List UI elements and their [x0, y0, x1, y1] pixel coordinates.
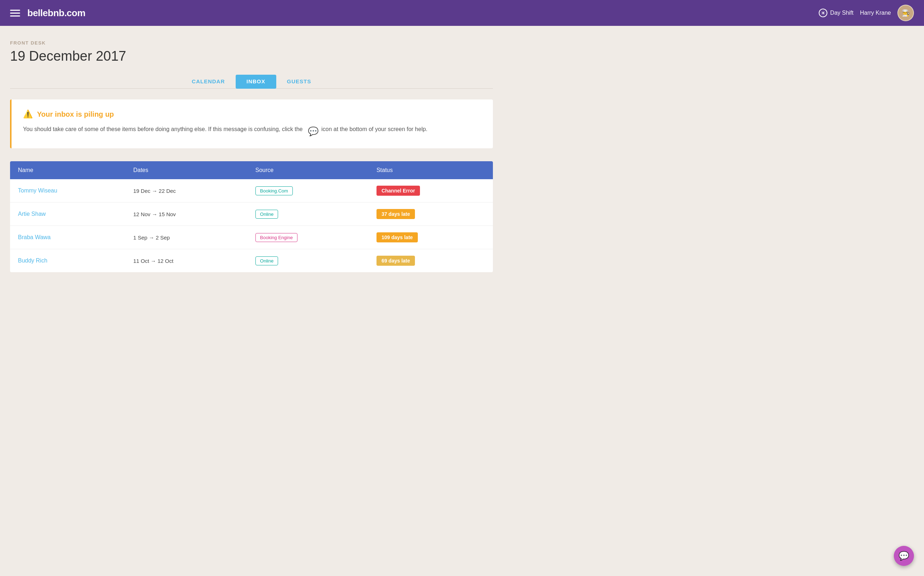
day-shift-label: Day Shift [830, 10, 854, 16]
avatar[interactable]: 👨‍🍳 [897, 5, 914, 21]
user-name: Harry Krane [860, 10, 891, 16]
status-cell: Channel Error [368, 179, 493, 203]
header: bellebnb.com Day Shift Harry Krane 👨‍🍳 [0, 0, 924, 26]
header-right: Day Shift Harry Krane 👨‍🍳 [819, 5, 914, 21]
tab-inbox[interactable]: INBOX [236, 75, 276, 89]
chat-bubble-button[interactable]: 💬 [894, 546, 914, 566]
tabs-container: CALENDAR INBOX GUESTS [10, 75, 493, 89]
source-cell: Online [248, 203, 368, 226]
guest-name-link[interactable]: Tommy Wiseau [18, 187, 57, 194]
col-source: Source [248, 161, 368, 179]
guest-name-link[interactable]: Artie Shaw [18, 211, 46, 217]
status-badge: 69 days late [376, 256, 415, 266]
guest-name-cell[interactable]: Braba Wawa [10, 226, 125, 249]
sun-icon [819, 9, 827, 17]
status-cell: 109 days late [368, 226, 493, 249]
alert-body-text: You should take care of some of these it… [23, 125, 303, 134]
chat-icon-inline: 💬 [308, 125, 319, 138]
tab-guests[interactable]: GUESTS [276, 75, 322, 89]
col-dates: Dates [125, 161, 248, 179]
guest-name-link[interactable]: Braba Wawa [18, 234, 51, 240]
table-row: Tommy Wiseau 19 Dec → 22 Dec Booking.Com… [10, 179, 493, 203]
table-header-row: Name Dates Source Status [10, 161, 493, 179]
alert-title: ⚠️ Your inbox is piling up [23, 110, 481, 119]
source-badge: Online [255, 256, 279, 266]
dates-cell: 1 Sep → 2 Sep [125, 226, 248, 249]
tab-calendar[interactable]: CALENDAR [181, 75, 236, 89]
col-status: Status [368, 161, 493, 179]
source-cell: Booking Engine [248, 226, 368, 249]
guest-name-cell[interactable]: Tommy Wiseau [10, 179, 125, 203]
guest-name-cell[interactable]: Buddy Rich [10, 249, 125, 272]
status-badge: 37 days late [376, 209, 415, 219]
table-row: Buddy Rich 11 Oct → 12 Oct Online 69 day… [10, 249, 493, 272]
warning-icon: ⚠️ [23, 110, 33, 119]
source-badge: Booking.Com [255, 186, 293, 195]
table-row: Artie Shaw 12 Nov → 15 Nov Online 37 day… [10, 203, 493, 226]
day-shift[interactable]: Day Shift [819, 9, 854, 17]
source-badge: Booking Engine [255, 233, 298, 242]
alert-title-text: Your inbox is piling up [37, 110, 114, 118]
guest-name-link[interactable]: Buddy Rich [18, 258, 47, 264]
status-badge: Channel Error [376, 186, 420, 196]
source-badge: Online [255, 210, 279, 219]
alert-body-end: icon at the bottom of your screen for he… [322, 125, 428, 134]
source-cell: Booking.Com [248, 179, 368, 203]
dates-cell: 11 Oct → 12 Oct [125, 249, 248, 272]
inbox-table: Name Dates Source Status Tommy Wiseau 19… [10, 161, 493, 272]
page-title: 19 December 2017 [10, 48, 493, 64]
logo: bellebnb.com [27, 8, 85, 19]
alert-box: ⚠️ Your inbox is piling up You should ta… [10, 99, 493, 148]
status-badge: 109 days late [376, 232, 418, 242]
table-row: Braba Wawa 1 Sep → 2 Sep Booking Engine … [10, 226, 493, 249]
status-cell: 69 days late [368, 249, 493, 272]
guest-name-cell[interactable]: Artie Shaw [10, 203, 125, 226]
menu-button[interactable] [10, 10, 20, 16]
breadcrumb-section: FRONT DESK [10, 40, 493, 46]
chat-bubble-icon: 💬 [898, 551, 909, 561]
status-cell: 37 days late [368, 203, 493, 226]
header-left: bellebnb.com [10, 8, 85, 19]
alert-body: You should take care of some of these it… [23, 125, 481, 138]
col-name: Name [10, 161, 125, 179]
dates-cell: 19 Dec → 22 Dec [125, 179, 248, 203]
main-content: FRONT DESK 19 December 2017 CALENDAR INB… [0, 26, 503, 282]
source-cell: Online [248, 249, 368, 272]
dates-cell: 12 Nov → 15 Nov [125, 203, 248, 226]
